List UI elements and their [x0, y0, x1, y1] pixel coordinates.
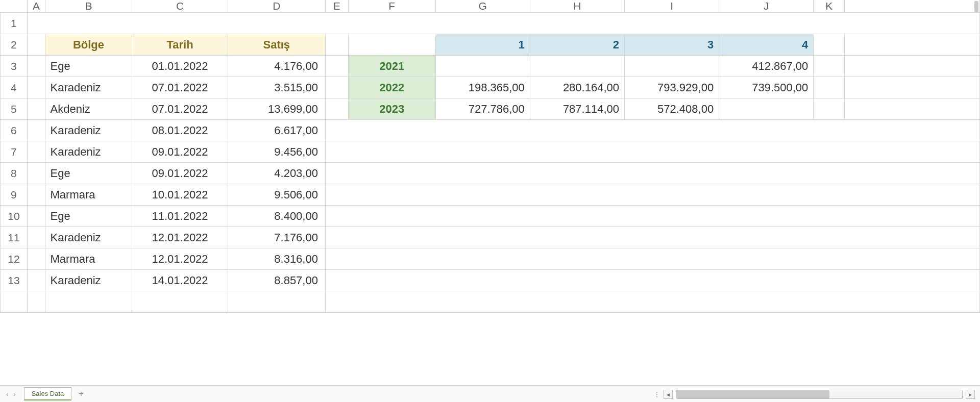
table1-r10-date[interactable]: 14.01.2022: [132, 270, 228, 291]
table2-r2c1[interactable]: 787.114,00: [530, 98, 624, 120]
table1-r0-date[interactable]: 01.01.2022: [132, 56, 228, 77]
table1-r6-sales[interactable]: 9.506,00: [228, 184, 325, 206]
table1-r2-date[interactable]: 07.01.2022: [132, 98, 228, 120]
column-header-row[interactable]: A B C D E F G H I J K: [1, 0, 980, 13]
col-header-A[interactable]: A: [27, 0, 45, 13]
table1-r3-date[interactable]: 08.01.2022: [132, 120, 228, 141]
add-sheet-button[interactable]: +: [79, 389, 83, 398]
row-12[interactable]: 12 Marmara 12.01.2022 8.316,00: [1, 248, 980, 270]
row-8[interactable]: 8 Ege 09.01.2022 4.203,00: [1, 163, 980, 184]
scroll-track[interactable]: [676, 390, 963, 399]
table1-r6-region[interactable]: Marmara: [45, 184, 132, 206]
col-header-H[interactable]: H: [530, 0, 624, 13]
col-header-B[interactable]: B: [45, 0, 132, 13]
row-4[interactable]: 4 Karadeniz 07.01.2022 3.515,00 2022 198…: [1, 77, 980, 98]
row-5[interactable]: 5 Akdeniz 07.01.2022 13.699,00 2023 727.…: [1, 98, 980, 120]
cell-K2[interactable]: [814, 34, 845, 56]
table1-r5-region[interactable]: Ege: [45, 163, 132, 184]
vertical-scrollbar[interactable]: [974, 1, 978, 12]
table1-r2-sales[interactable]: 13.699,00: [228, 98, 325, 120]
col-header-D[interactable]: D: [228, 0, 325, 13]
table1-r4-date[interactable]: 09.01.2022: [132, 141, 228, 163]
table1-r5-sales[interactable]: 4.203,00: [228, 163, 325, 184]
scroll-thumb[interactable]: [676, 390, 829, 398]
row-11[interactable]: 11 Karadeniz 12.01.2022 7.176,00: [1, 227, 980, 248]
table1-r2-region[interactable]: Akdeniz: [45, 98, 132, 120]
table1-r4-region[interactable]: Karadeniz: [45, 141, 132, 163]
table2-colheader-2[interactable]: 2: [530, 34, 624, 56]
table1-header-date[interactable]: Tarih: [132, 34, 228, 56]
row-3[interactable]: 3 Ege 01.01.2022 4.176,00 2021 412.867,0…: [1, 56, 980, 77]
table2-r1c1[interactable]: 280.164,00: [530, 77, 624, 98]
table1-header-region[interactable]: Bölge: [45, 34, 132, 56]
table1-r0-region[interactable]: Ege: [45, 56, 132, 77]
tab-next-icon[interactable]: ›: [11, 389, 17, 399]
table2-r2c0[interactable]: 727.786,00: [435, 98, 530, 120]
table1-r1-date[interactable]: 07.01.2022: [132, 77, 228, 98]
table2-rowheader-0[interactable]: 2021: [348, 56, 435, 77]
table1-r5-date[interactable]: 09.01.2022: [132, 163, 228, 184]
row-header-14[interactable]: [1, 291, 28, 313]
worksheet-grid[interactable]: A B C D E F G H I J K 1 2 Bölge Tarih Sa…: [0, 0, 980, 313]
scroll-right-icon[interactable]: ►: [966, 390, 975, 399]
row-9[interactable]: 9 Marmara 10.01.2022 9.506,00: [1, 184, 980, 206]
table1-r6-date[interactable]: 10.01.2022: [132, 184, 228, 206]
col-header-rest[interactable]: [845, 0, 980, 13]
row-header-9[interactable]: 9: [1, 184, 28, 206]
table2-rowheader-1[interactable]: 2022: [348, 77, 435, 98]
table1-r7-date[interactable]: 11.01.2022: [132, 206, 228, 227]
table1-r8-date[interactable]: 12.01.2022: [132, 227, 228, 248]
row-header-11[interactable]: 11: [1, 227, 28, 248]
select-all-corner[interactable]: [1, 0, 28, 13]
col-header-G[interactable]: G: [435, 0, 530, 13]
row-1[interactable]: 1: [1, 13, 980, 34]
cell-blank[interactable]: [27, 13, 979, 34]
row-header-4[interactable]: 4: [1, 77, 28, 98]
col-header-K[interactable]: K: [814, 0, 845, 13]
table2-colheader-3[interactable]: 3: [624, 34, 719, 56]
row-header-10[interactable]: 10: [1, 206, 28, 227]
table2-colheader-4[interactable]: 4: [719, 34, 814, 56]
table2-r2c3[interactable]: [719, 98, 814, 120]
row-header-1[interactable]: 1: [1, 13, 28, 34]
scroll-split-handle-icon[interactable]: ⋮: [654, 391, 660, 398]
table2-r0c2[interactable]: [624, 56, 719, 77]
col-header-F[interactable]: F: [348, 0, 435, 13]
table2-r1c2[interactable]: 793.929,00: [624, 77, 719, 98]
col-header-I[interactable]: I: [624, 0, 719, 13]
table2-r1c3[interactable]: 739.500,00: [719, 77, 814, 98]
table2-r0c3[interactable]: 412.867,00: [719, 56, 814, 77]
row-13[interactable]: 13 Karadeniz 14.01.2022 8.857,00: [1, 270, 980, 291]
row-header-5[interactable]: 5: [1, 98, 28, 120]
table1-r3-sales[interactable]: 6.617,00: [228, 120, 325, 141]
row-header-13[interactable]: 13: [1, 270, 28, 291]
table1-r7-sales[interactable]: 8.400,00: [228, 206, 325, 227]
row-header-12[interactable]: 12: [1, 248, 28, 270]
table1-r7-region[interactable]: Ege: [45, 206, 132, 227]
row-header-8[interactable]: 8: [1, 163, 28, 184]
table1-r4-sales[interactable]: 9.456,00: [228, 141, 325, 163]
table2-r0c1[interactable]: [530, 56, 624, 77]
table1-r0-sales[interactable]: 4.176,00: [228, 56, 325, 77]
table1-r9-date[interactable]: 12.01.2022: [132, 248, 228, 270]
horizontal-scrollbar[interactable]: ⋮ ◄ ►: [654, 390, 975, 399]
table1-r9-region[interactable]: Marmara: [45, 248, 132, 270]
cell-F2[interactable]: [348, 34, 435, 56]
table1-r10-sales[interactable]: 8.857,00: [228, 270, 325, 291]
row-header-7[interactable]: 7: [1, 141, 28, 163]
sheet-tab-active[interactable]: Sales Data: [24, 387, 72, 400]
col-header-J[interactable]: J: [719, 0, 814, 13]
table1-header-sales[interactable]: Satış: [228, 34, 325, 56]
col-header-E[interactable]: E: [325, 0, 348, 13]
tab-prev-icon[interactable]: ‹: [4, 389, 10, 399]
cell-A2[interactable]: [27, 34, 45, 56]
row-header-3[interactable]: 3: [1, 56, 28, 77]
table1-r8-region[interactable]: Karadeniz: [45, 227, 132, 248]
grid-area[interactable]: A B C D E F G H I J K 1 2 Bölge Tarih Sa…: [0, 0, 980, 385]
row-6[interactable]: 6 Karadeniz 08.01.2022 6.617,00: [1, 120, 980, 141]
table2-r0c0[interactable]: [435, 56, 530, 77]
table1-r3-region[interactable]: Karadeniz: [45, 120, 132, 141]
table1-r1-sales[interactable]: 3.515,00: [228, 77, 325, 98]
row-14-partial[interactable]: [1, 291, 980, 313]
row-10[interactable]: 10 Ege 11.01.2022 8.400,00: [1, 206, 980, 227]
